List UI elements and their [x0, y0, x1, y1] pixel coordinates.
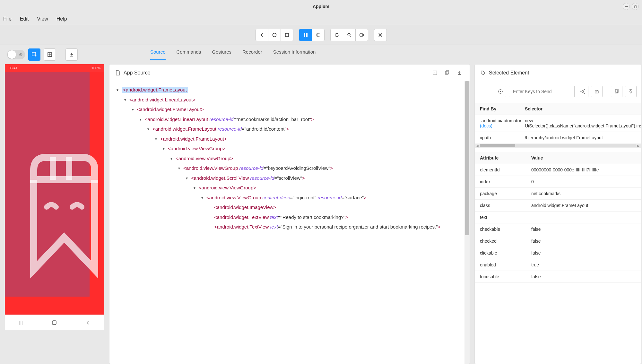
scrollbar[interactable] [464, 81, 470, 364]
copy-button[interactable] [443, 68, 452, 77]
minimize-button[interactable]: — [623, 3, 630, 10]
svg-rect-2 [304, 33, 305, 35]
findby-head-2: Selector [525, 106, 636, 111]
tree-node[interactable]: ▼<android.widget.FrameLayout resource-id… [115, 124, 470, 134]
menu-edit[interactable]: Edit [20, 16, 29, 22]
svg-rect-4 [304, 35, 305, 37]
download-button[interactable] [455, 68, 464, 77]
tree-node[interactable]: <android.widget.TextView text="Ready to … [115, 212, 470, 222]
attribute-row: packagenet.cookmarks [475, 188, 641, 200]
sub-toolbar: ⊗ Source Commands Gestures Recorder Sess… [0, 45, 642, 64]
attribute-row: checkablefalse [475, 223, 641, 235]
docs-link[interactable]: (docs) [480, 123, 492, 128]
download-source-button[interactable] [65, 48, 78, 61]
tree-node[interactable]: ▼<android.widget.FrameLayout> [115, 105, 470, 115]
tab-source[interactable]: Source [150, 49, 166, 60]
maximize-button[interactable]: ▢ [632, 3, 639, 10]
nav-home-icon[interactable] [51, 320, 57, 325]
tree-node[interactable]: <android.widget.ImageView> [115, 203, 470, 212]
tree-node[interactable]: ▼<android.view.ViewGroup content-desc="l… [115, 193, 470, 203]
mjpeg-toggle[interactable]: ⊗ [7, 50, 25, 59]
tree-node[interactable]: ▼<android.widget.FrameLayout> [115, 134, 470, 144]
app-source-title: App Source [124, 70, 151, 76]
svg-point-9 [348, 33, 350, 36]
nav-back-icon[interactable] [86, 321, 90, 325]
native-mode-button[interactable] [299, 29, 312, 41]
findby-row: xpath /hierarchy/android.widget.FrameLay… [475, 132, 641, 144]
tree-node[interactable]: ▼<android.widget.FrameLayout [115, 85, 470, 95]
svg-point-24 [500, 91, 501, 92]
select-elements-button[interactable] [28, 48, 40, 61]
svg-rect-29 [595, 91, 598, 93]
attribute-row: index0 [475, 176, 641, 188]
close-button[interactable] [374, 29, 387, 41]
attribute-row: text [475, 212, 641, 223]
attr-head-1: Attribute [480, 155, 531, 160]
web-mode-button[interactable] [312, 29, 325, 41]
svg-rect-11 [360, 34, 363, 36]
tree-node[interactable]: ▼<android.view.ViewGroup> [115, 144, 470, 154]
home-button[interactable] [268, 29, 281, 41]
tab-recorder[interactable]: Recorder [242, 49, 262, 60]
timing-button[interactable] [625, 86, 637, 97]
svg-line-10 [350, 36, 351, 37]
nav-recents-icon[interactable]: ||| [19, 320, 23, 325]
app-title: Appium [313, 4, 329, 9]
tree-node[interactable]: ▼<android.widget.LinearLayout resource-i… [115, 115, 470, 125]
tab-commands[interactable]: Commands [177, 49, 201, 60]
tap-button[interactable] [495, 86, 506, 97]
attribute-row: checkedfalse [475, 235, 641, 247]
overview-button[interactable] [281, 29, 293, 41]
selected-element-title: Selected Element [489, 70, 529, 76]
attribute-row: clickablefalse [475, 247, 641, 259]
copy-attrs-button[interactable] [611, 86, 622, 97]
attribute-row: elementId00000000-0000-000e-ffff-ffff7ff… [475, 164, 641, 176]
record-button[interactable] [355, 29, 368, 41]
status-battery: 100% [91, 66, 100, 70]
findby-head-1: Find By [480, 106, 525, 111]
back-button[interactable] [256, 29, 268, 41]
file-icon [115, 70, 120, 75]
tap-swipe-button[interactable] [44, 48, 56, 61]
bookmark-logo-icon [18, 148, 101, 282]
attribute-row: focusablefalse [475, 271, 641, 283]
status-time: 08:41 [9, 66, 18, 70]
close-icon: ⊗ [19, 52, 23, 57]
send-keys-input[interactable] [509, 86, 575, 97]
menubar: File Edit View Help [0, 13, 642, 25]
titlebar[interactable]: Appium — ▢ [0, 0, 642, 13]
svg-rect-18 [52, 321, 56, 325]
svg-rect-5 [306, 35, 308, 37]
tree-node[interactable]: ▼<android.view.ViewGroup> [115, 154, 470, 164]
menu-file[interactable]: File [3, 16, 12, 22]
attribute-row: classandroid.widget.FrameLayout [475, 200, 641, 212]
menu-view[interactable]: View [37, 16, 48, 22]
copy-xml-button[interactable] [430, 68, 439, 77]
svg-rect-3 [306, 33, 308, 35]
send-keys-button[interactable] [577, 86, 588, 97]
tree-node[interactable]: <android.widget.TextView text="Sign in t… [115, 222, 470, 232]
device-screenshot[interactable]: 08:41 100% [5, 64, 104, 315]
tree-node[interactable]: ▼<android.widget.ScrollView resource-id=… [115, 173, 470, 183]
toolbar [0, 25, 642, 45]
source-tree[interactable]: ▼<android.widget.FrameLayout▼<android.wi… [109, 81, 470, 364]
tab-gestures[interactable]: Gestures [212, 49, 231, 60]
tag-icon [481, 70, 486, 75]
device-nav-bar: ||| [5, 315, 104, 330]
search-button[interactable] [343, 29, 356, 41]
refresh-button[interactable] [330, 29, 343, 41]
attribute-row: enabledtrue [475, 259, 641, 271]
svg-point-22 [482, 72, 482, 72]
tree-node[interactable]: ▼<android.view.ViewGroup> [115, 183, 470, 193]
horizontal-scrollbar[interactable]: ◀ ▶ [475, 144, 641, 148]
attr-head-2: Value [531, 155, 636, 160]
svg-rect-19 [433, 71, 437, 75]
clear-button[interactable] [591, 86, 603, 97]
menu-help[interactable]: Help [56, 16, 67, 22]
tab-session-info[interactable]: Session Information [273, 49, 316, 60]
tree-node[interactable]: ▼<android.view.ViewGroup resource-id="ke… [115, 163, 470, 173]
findby-row: -android uiautomator (docs) new UiSelect… [475, 115, 641, 132]
svg-point-0 [273, 33, 276, 37]
tree-node[interactable]: ▼<android.widget.LinearLayout> [115, 95, 470, 105]
svg-rect-1 [285, 33, 289, 37]
